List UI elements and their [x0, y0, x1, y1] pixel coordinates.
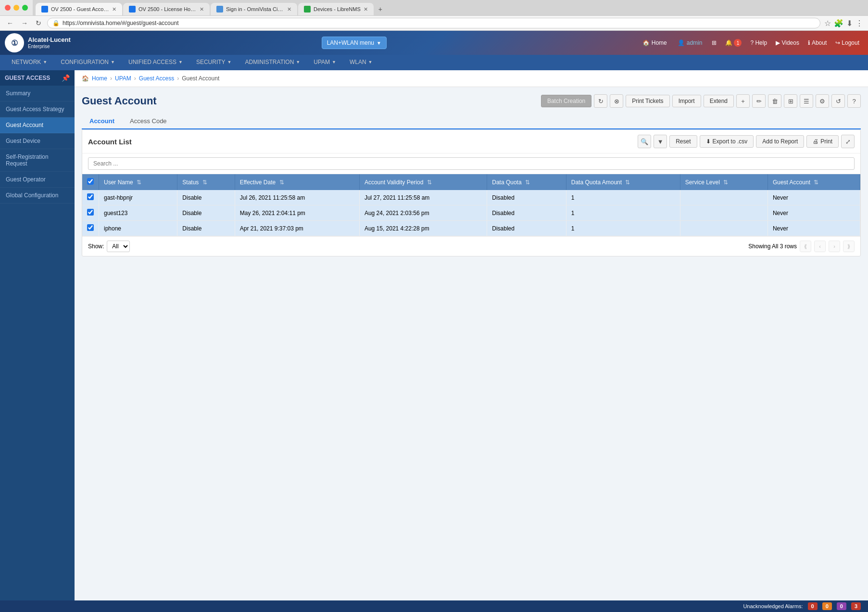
minimize-button[interactable]	[13, 5, 19, 11]
table-header-row: User Name ⇅ Status ⇅ Effective Date ⇅ Ac…	[82, 174, 860, 190]
grid-button[interactable]: ⊞	[708, 37, 720, 49]
col-data-quota-amount[interactable]: Data Quota Amount ⇅	[566, 174, 680, 190]
col-data-quota[interactable]: Data Quota ⇅	[487, 174, 566, 190]
help-button[interactable]: ?	[847, 94, 861, 108]
print-tickets-button[interactable]: Print Tickets	[626, 95, 669, 107]
browser-tab-tab1[interactable]: OV 2500 - Guest Account ✕	[36, 3, 122, 15]
edit-button[interactable]: ✏	[752, 94, 766, 108]
lan-wlan-label: LAN+WLAN menu	[327, 39, 374, 46]
delete-button[interactable]: 🗑	[768, 94, 781, 108]
col-effective-date[interactable]: Effective Date ⇅	[235, 174, 359, 190]
bookmark-icon[interactable]: ☆	[824, 19, 831, 28]
sidebar-item-guest-device[interactable]: Guest Device	[0, 133, 75, 149]
search-input[interactable]	[88, 157, 855, 170]
table-row[interactable]: gast-hbpnjr Disable Jul 26, 2021 11:25:5…	[82, 190, 860, 205]
bell-button[interactable]: 🔔 1	[721, 37, 745, 49]
sidebar-label: Guest Device	[6, 138, 40, 144]
sec-nav-security[interactable]: SECURITY▼	[189, 55, 239, 70]
first-page-button[interactable]: ⟪	[800, 241, 811, 252]
about-button[interactable]: ℹ About	[804, 37, 830, 49]
home-button[interactable]: 🏠 Home	[638, 37, 672, 49]
row-checkbox[interactable]	[87, 193, 94, 200]
dropdown-arrow: ▼	[296, 60, 300, 64]
breadcrumb-upam[interactable]: UPAM	[115, 75, 131, 82]
last-page-button[interactable]: ⟫	[843, 241, 855, 252]
reset-button[interactable]: Reset	[669, 135, 697, 148]
alarm-badge-count: 3	[851, 602, 861, 604]
admin-button[interactable]: 👤 admin	[673, 37, 707, 49]
table-view-button[interactable]: ⊞	[784, 94, 797, 108]
sec-nav-unified-access[interactable]: UNIFIED ACCESS▼	[122, 55, 189, 70]
add-to-report-button[interactable]: Add to Report	[756, 135, 804, 148]
maximize-button[interactable]	[22, 5, 28, 11]
breadcrumb-home[interactable]: Home	[92, 75, 107, 82]
download-icon[interactable]: ⬇	[846, 19, 853, 28]
sidebar-item-guest-account[interactable]: Guest Account	[0, 117, 75, 133]
row-checkbox-cell[interactable]	[82, 205, 99, 221]
reload-button[interactable]: ↻	[34, 18, 43, 28]
tab-close-icon[interactable]: ✕	[287, 6, 291, 13]
sec-nav-upam[interactable]: UPAM▼	[307, 55, 343, 70]
logout-button[interactable]: ↪ Logout	[831, 37, 863, 49]
tab-access-code[interactable]: Access Code	[122, 114, 175, 129]
col-guest-account[interactable]: Guest Account ⇅	[767, 174, 860, 190]
sidebar-item-guest-access-strategy[interactable]: Guest Access Strategy	[0, 102, 75, 117]
next-page-button[interactable]: ›	[829, 241, 840, 252]
print-button[interactable]: 🖨 Print	[806, 135, 839, 148]
prev-page-button[interactable]: ‹	[814, 241, 826, 252]
row-checkbox[interactable]	[87, 224, 94, 231]
sidebar-item-self-reg-request[interactable]: Self-Registration Request	[0, 149, 75, 172]
row-checkbox-cell[interactable]	[82, 190, 99, 205]
search-toggle-button[interactable]: 🔍	[638, 135, 651, 148]
new-tab-button[interactable]: +	[375, 3, 386, 15]
col-status[interactable]: Status ⇅	[177, 174, 235, 190]
column-filter-button[interactable]: ▼	[654, 135, 667, 148]
refresh-button[interactable]: ↻	[594, 94, 607, 108]
col-validity-period[interactable]: Account Validity Period ⇅	[359, 174, 487, 190]
sec-nav-configuration[interactable]: CONFIGURATION▼	[54, 55, 122, 70]
import-button[interactable]: Import	[672, 95, 701, 107]
browser-tab-tab2[interactable]: OV 2500 - License Home ✕	[123, 3, 210, 15]
sec-nav-network[interactable]: NETWORK▼	[5, 55, 54, 70]
reload-button[interactable]: ↺	[831, 94, 845, 108]
expand-button[interactable]: ⤢	[841, 135, 855, 148]
table-row[interactable]: iphone Disable Apr 21, 2021 9:37:03 pm A…	[82, 221, 860, 236]
menu-icon[interactable]: ⋮	[855, 19, 863, 28]
settings-button[interactable]: ⚙	[816, 94, 829, 108]
sidebar-item-summary[interactable]: Summary	[0, 86, 75, 102]
close-button[interactable]	[5, 5, 11, 11]
videos-button[interactable]: ▶ Videos	[772, 37, 803, 49]
back-button[interactable]: ←	[5, 18, 15, 28]
forward-button[interactable]: →	[19, 18, 30, 28]
col-username[interactable]: User Name ⇅	[99, 174, 177, 190]
batch-creation-button[interactable]: Batch Creation	[541, 95, 591, 107]
select-all-header[interactable]	[82, 174, 99, 190]
extensions-icon[interactable]: 🧩	[834, 19, 843, 28]
sec-nav-wlan[interactable]: WLAN▼	[343, 55, 379, 70]
tab-close-icon[interactable]: ✕	[200, 6, 204, 13]
show-select[interactable]: All 10 25 50	[107, 241, 130, 252]
sidebar-item-global-config[interactable]: Global Configuration	[0, 188, 75, 204]
breadcrumb-guest-access[interactable]: Guest Access	[139, 75, 174, 82]
row-checkbox[interactable]	[87, 209, 94, 216]
browser-tab-tab4[interactable]: Devices - LibreNMS ✕	[298, 3, 374, 15]
select-all-checkbox[interactable]	[87, 178, 94, 185]
sidebar-item-guest-operator[interactable]: Guest Operator	[0, 172, 75, 188]
row-checkbox-cell[interactable]	[82, 221, 99, 236]
sidebar-pin-icon[interactable]: 📌	[62, 74, 70, 82]
tab-close-icon[interactable]: ✕	[364, 6, 368, 13]
table-row[interactable]: guest123 Disable May 26, 2021 2:04:11 pm…	[82, 205, 860, 221]
sec-nav-administration[interactable]: ADMINISTRATION▼	[239, 55, 307, 70]
list-view-button[interactable]: ☰	[800, 94, 813, 108]
tab-account[interactable]: Account	[82, 114, 122, 129]
url-bar[interactable]: 🔒 https://omnivista.home/#/guest/guest-a…	[47, 18, 820, 28]
extend-button[interactable]: Extend	[704, 95, 734, 107]
add-button[interactable]: +	[736, 94, 750, 108]
filter-clear-button[interactable]: ⊗	[610, 94, 623, 108]
help-button[interactable]: ? Help	[746, 37, 771, 49]
export-csv-button[interactable]: ⬇ Export to .csv	[700, 135, 754, 148]
tab-close-icon[interactable]: ✕	[112, 6, 116, 13]
lan-wlan-menu[interactable]: LAN+WLAN menu ▼	[322, 37, 387, 49]
col-service-level[interactable]: Service Level ⇅	[680, 174, 767, 190]
browser-tab-tab3[interactable]: Sign in - OmniVista Cirrus ✕	[211, 3, 297, 15]
